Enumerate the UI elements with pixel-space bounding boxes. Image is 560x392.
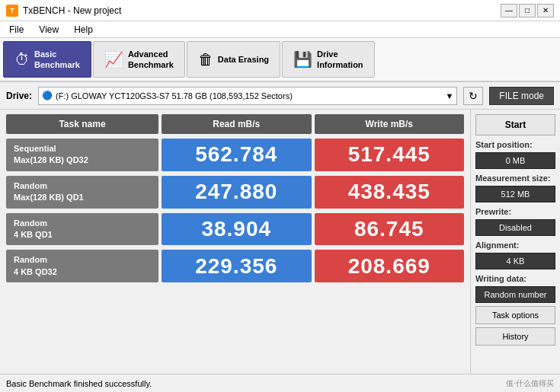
title-bar: T TxBENCH - New project — □ ✕ — [0, 0, 560, 21]
row-label-3: Random4 KB QD32 — [6, 250, 158, 282]
maximize-button[interactable]: □ — [519, 4, 536, 18]
app-title: TxBENCH - New project — [23, 5, 121, 16]
col-task-name: Task name — [6, 114, 158, 134]
close-button[interactable]: ✕ — [537, 4, 554, 18]
menu-file[interactable]: File — [3, 23, 30, 37]
drive-icon: 🔵 — [42, 91, 53, 100]
col-write: Write mB/s — [315, 114, 465, 134]
window-controls: — □ ✕ — [501, 4, 554, 18]
write-value-1: 438.435 — [315, 176, 465, 209]
task-options-button[interactable]: Task options — [475, 306, 555, 324]
alignment-value: 4 KB — [475, 253, 555, 269]
start-position-label: Start position: — [475, 140, 555, 149]
read-value-0: 562.784 — [162, 139, 312, 171]
table-row: RandomMax(128 KB) QD1 247.880 438.435 — [6, 176, 464, 209]
advanced-benchmark-icon: 📈 — [104, 50, 123, 69]
basic-benchmark-icon: ⏱ — [14, 51, 30, 69]
minimize-button[interactable]: — — [501, 4, 517, 18]
main-content: Task name Read mB/s Write mB/s Sequentia… — [0, 110, 560, 374]
write-value-2: 86.745 — [315, 213, 465, 246]
toolbar: ⏱ BasicBenchmark 📈 AdvancedBenchmark 🗑 D… — [0, 38, 560, 82]
table-row: Random4 KB QD32 229.356 208.669 — [6, 250, 464, 282]
tab-erase-label: Data Erasing — [218, 54, 269, 65]
drive-text: (F:) GLOWAY YCT120GS3-S7 51.78 GB (108,5… — [56, 91, 293, 100]
status-message: Basic Benchmark finished successfully. — [6, 379, 152, 388]
tab-basic-benchmark[interactable]: ⏱ BasicBenchmark — [3, 41, 91, 78]
drive-info-icon: 💾 — [293, 50, 312, 69]
read-value-2: 38.904 — [162, 213, 312, 246]
tab-drive-label: DriveInformation — [317, 49, 363, 71]
start-position-value: 0 MB — [475, 152, 555, 169]
status-bar: Basic Benchmark finished successfully. 值… — [0, 374, 560, 392]
row-label-1: RandomMax(128 KB) QD1 — [6, 176, 158, 209]
menu-help[interactable]: Help — [68, 23, 99, 37]
menu-view[interactable]: View — [33, 23, 65, 37]
alignment-label: Alignment: — [475, 241, 555, 250]
file-mode-button[interactable]: FILE mode — [489, 87, 554, 105]
table-row: SequentialMax(128 KB) QD32 562.784 517.4… — [6, 139, 464, 171]
measurement-size-value: 512 MB — [475, 186, 555, 202]
measurement-size-label: Measurement size: — [475, 174, 555, 183]
prewrite-value: Disabled — [475, 219, 555, 236]
read-value-3: 229.356 — [162, 250, 312, 282]
app-icon: T — [6, 5, 18, 17]
drive-refresh-button[interactable]: ↻ — [463, 87, 483, 105]
data-erasing-icon: 🗑 — [198, 51, 213, 69]
read-value-1: 247.880 — [162, 176, 312, 209]
table-row: Random4 KB QD1 38.904 86.745 — [6, 213, 464, 246]
tab-basic-label: BasicBenchmark — [34, 49, 80, 71]
table-header: Task name Read mB/s Write mB/s — [6, 114, 464, 134]
start-button[interactable]: Start — [475, 114, 555, 135]
tab-advanced-label: AdvancedBenchmark — [128, 49, 174, 71]
drive-select[interactable]: 🔵 (F:) GLOWAY YCT120GS3-S7 51.78 GB (108… — [38, 87, 457, 105]
history-button[interactable]: History — [475, 327, 555, 346]
menu-bar: File View Help — [0, 21, 560, 38]
writing-data-value: Random number — [475, 286, 555, 303]
benchmark-table: Task name Read mB/s Write mB/s Sequentia… — [0, 110, 470, 374]
row-label-2: Random4 KB QD1 — [6, 213, 158, 246]
drive-dropdown-arrow: ▼ — [445, 91, 453, 100]
right-panel: Start Start position: 0 MB Measurement s… — [470, 110, 560, 374]
prewrite-label: Prewrite: — [475, 207, 555, 216]
watermark: 值·什么值得买 — [506, 378, 554, 389]
tab-data-erasing[interactable]: 🗑 Data Erasing — [187, 41, 280, 78]
writing-data-label: Writing data: — [475, 274, 555, 283]
tab-advanced-benchmark[interactable]: 📈 AdvancedBenchmark — [93, 41, 185, 78]
drive-bar: Drive: 🔵 (F:) GLOWAY YCT120GS3-S7 51.78 … — [0, 82, 560, 110]
write-value-3: 208.669 — [315, 250, 465, 282]
col-read: Read mB/s — [162, 114, 312, 134]
row-label-0: SequentialMax(128 KB) QD32 — [6, 139, 158, 171]
write-value-0: 517.445 — [315, 139, 465, 171]
drive-label: Drive: — [6, 91, 32, 101]
tab-drive-information[interactable]: 💾 DriveInformation — [282, 41, 375, 78]
